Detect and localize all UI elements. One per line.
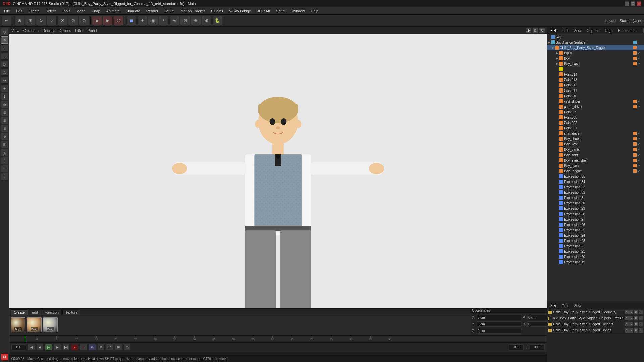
obj-icon-S-2[interactable]: S xyxy=(625,322,629,326)
tl-record-btn[interactable]: ● xyxy=(71,344,78,351)
hierarchy-item-27[interactable]: Expression.34 xyxy=(547,179,644,184)
menu-item-tools[interactable]: Tools xyxy=(59,8,73,14)
render2-btn[interactable]: ▶ xyxy=(103,16,113,25)
render-btn[interactable]: ■ xyxy=(92,16,102,25)
hierarchy-item-33[interactable]: Expression.28 xyxy=(547,211,644,217)
tl-next-frame-btn[interactable]: ▶ xyxy=(54,344,61,351)
obj-tab-file[interactable]: File xyxy=(549,303,558,308)
tl-next-key-btn[interactable]: ▶| xyxy=(62,344,70,351)
mat-tab-edit[interactable]: Edit xyxy=(29,309,41,315)
obj-icon-H-0[interactable]: H xyxy=(639,310,643,314)
mat-tab-texture[interactable]: Texture xyxy=(62,309,80,315)
hier-tab-file[interactable]: File xyxy=(549,27,558,33)
tl-menu-btn[interactable]: ≡ xyxy=(123,344,131,351)
hierarchy-item-40[interactable]: Expression.21 xyxy=(547,249,644,254)
tool-brush[interactable]: ○ xyxy=(1,44,8,52)
obj-icon-R-0[interactable]: R xyxy=(634,310,638,314)
vp-menu-options[interactable]: Options xyxy=(58,28,71,33)
select3-btn[interactable]: ⊘ xyxy=(68,16,78,25)
vp-icon-expand[interactable]: ⤡ xyxy=(539,28,545,33)
hierarchy-item-11[interactable]: Point010 xyxy=(547,93,644,99)
hierarchy-item-2[interactable]: ▶Child_Boy_Party_Style_Rigged xyxy=(547,45,644,50)
obj-tab-edit[interactable]: Edit xyxy=(560,303,570,308)
menu-item-3dtoaii[interactable]: 3DToAII xyxy=(254,8,273,14)
menu-item-select[interactable]: Select xyxy=(43,8,59,14)
tool-magnet[interactable]: ◎ xyxy=(1,60,8,68)
hierarchy-item-16[interactable]: Point002 xyxy=(547,120,644,125)
hierarchy-item-14[interactable]: Point009 xyxy=(547,109,644,115)
material-thumb-0[interactable]: Boy_ xyxy=(11,317,25,332)
tool-knife[interactable]: ⚊ xyxy=(1,52,8,60)
menu-item-window[interactable]: Window xyxy=(289,8,307,14)
hierarchy-item-0[interactable]: Sky xyxy=(547,34,644,40)
render3-btn[interactable]: ⬡ xyxy=(113,16,123,25)
obj-icon-H-3[interactable]: H xyxy=(639,328,643,333)
vp-menu-display[interactable]: Display xyxy=(42,28,54,33)
tool-11[interactable]: ◫ xyxy=(1,141,8,148)
hierarchy-item-4[interactable]: ▶Boy✓ xyxy=(547,56,644,61)
tool-polygon[interactable]: ⬡ xyxy=(1,28,8,36)
menu-item-render[interactable]: Render xyxy=(144,8,161,14)
tool-15[interactable]: ⊻ xyxy=(1,173,8,180)
coord-x-input[interactable] xyxy=(477,315,521,320)
hierarchy-item-36[interactable]: Expression.25 xyxy=(547,227,644,233)
obj-icon-H-2[interactable]: H xyxy=(639,322,643,326)
hierarchy-item-24[interactable]: Boy_eyes✓ xyxy=(547,163,644,168)
obj-icon-R-3[interactable]: R xyxy=(634,328,638,333)
current-frame-input[interactable] xyxy=(509,344,524,350)
tool-ring[interactable]: ◑ xyxy=(1,101,8,108)
hierarchy-item-35[interactable]: Expression.26 xyxy=(547,222,644,227)
hier-tab-view[interactable]: View xyxy=(572,28,583,33)
hierarchy-item-37[interactable]: Expression.24 xyxy=(547,233,644,238)
group-btn[interactable]: ❖ xyxy=(191,16,201,25)
tl-prev-key-btn[interactable]: |◀ xyxy=(28,344,35,351)
menu-item-create[interactable]: Create xyxy=(26,8,42,14)
coord-y-input[interactable] xyxy=(477,321,521,327)
obj-icon-S-0[interactable]: S xyxy=(625,310,629,314)
menu-item-help[interactable]: Help xyxy=(308,8,321,14)
vp-menu-filter[interactable]: Filter xyxy=(75,28,83,33)
hierarchy-item-9[interactable]: Point012 xyxy=(547,82,644,88)
hierarchy-item-12[interactable]: vest_driver✓ xyxy=(547,99,644,104)
menu-item-simulate[interactable]: Simulate xyxy=(123,8,143,14)
tool-align[interactable]: ⊶ xyxy=(1,76,8,84)
close-btn[interactable]: ✕ xyxy=(637,1,641,6)
camera-btn[interactable]: ◉ xyxy=(148,16,158,25)
vp-icon-camera[interactable]: □ xyxy=(533,28,538,33)
menu-item-mesh[interactable]: Mesh xyxy=(74,8,88,14)
tl-settings-btn[interactable]: ⊞ xyxy=(115,344,122,351)
obj-tab-view[interactable]: View xyxy=(572,303,583,308)
hierarchy-item-19[interactable]: Boy_shoes✓ xyxy=(547,136,644,141)
material-thumb-1[interactable]: Boy_ xyxy=(27,317,42,332)
tool-move[interactable]: ✥ xyxy=(1,36,8,44)
select2-btn[interactable]: ✕ xyxy=(57,16,67,25)
menu-item-edit[interactable]: Edit xyxy=(13,8,25,14)
vp-menu-panel[interactable]: Panel xyxy=(88,28,97,33)
hierarchy-item-10[interactable]: Point011 xyxy=(547,88,644,93)
tl-p-btn[interactable]: P xyxy=(106,344,113,351)
tool-paint[interactable]: ◈ xyxy=(1,84,8,92)
tool-10[interactable]: ⊕ xyxy=(1,133,8,140)
hierarchy-item-42[interactable]: Expression.19 xyxy=(547,259,644,265)
hierarchy-item-26[interactable]: Expression.35 xyxy=(547,174,644,179)
nurbs-btn[interactable]: ⊠ xyxy=(180,16,190,25)
cube-btn[interactable]: ◼ xyxy=(126,16,137,25)
minimize-btn[interactable]: — xyxy=(625,1,629,6)
hierarchy-item-32[interactable]: Expression.29 xyxy=(547,206,644,211)
tool-dollar[interactable]: $ xyxy=(1,93,8,100)
hierarchy-item-23[interactable]: Boy_eyes_shell✓ xyxy=(547,158,644,163)
obj-icon-V-3[interactable]: V xyxy=(629,328,633,333)
obj-icon-H-1[interactable]: H xyxy=(639,316,643,320)
hierarchy-item-22[interactable]: Boy_shirt✓ xyxy=(547,152,644,158)
hier-tab-objects[interactable]: Objects xyxy=(585,28,600,33)
tool-14[interactable]: ⋯ xyxy=(1,165,8,172)
select-btn[interactable]: ○ xyxy=(47,16,57,25)
hierarchy-item-39[interactable]: Expression.22 xyxy=(547,243,644,249)
hierarchy-item-38[interactable]: Expression.23 xyxy=(547,238,644,243)
scale-btn[interactable]: ⊞ xyxy=(25,16,35,25)
obj-item-3[interactable]: Child_Boy_Party_Style_Rigged_BonesSVRH xyxy=(547,327,644,334)
hier-tab-tags[interactable]: Tags xyxy=(603,28,614,33)
obj-item-2[interactable]: Child_Boy_Party_Style_Rigged_HelpersSVRH xyxy=(547,321,644,327)
hierarchy-item-20[interactable]: Boy_vest✓ xyxy=(547,141,644,147)
vp-icon-grid[interactable]: ⊕ xyxy=(526,28,531,33)
